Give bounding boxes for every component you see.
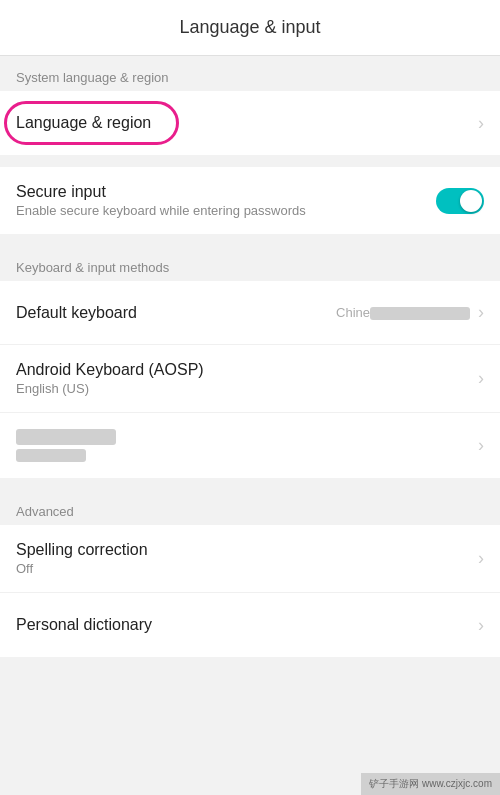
blurred-keyboard-item[interactable]: › [0, 413, 500, 478]
default-keyboard-value-row: Chine › [336, 302, 484, 323]
system-language-group: Language & region › [0, 91, 500, 155]
chevron-icon-4: › [478, 435, 484, 456]
default-keyboard-content: Default keyboard [16, 304, 336, 322]
advanced-group: Spelling correction Off › Personal dicti… [0, 525, 500, 657]
section-label-keyboard: Keyboard & input methods [0, 246, 500, 281]
toggle-knob [460, 190, 482, 212]
chevron-icon-6: › [478, 615, 484, 636]
spacer-1 [0, 155, 500, 167]
secure-input-item[interactable]: Secure input Enable secure keyboard whil… [0, 167, 500, 234]
personal-dictionary-content: Personal dictionary [16, 616, 478, 634]
spelling-correction-content: Spelling correction Off [16, 541, 478, 576]
page-container: Language & input System language & regio… [0, 0, 500, 795]
default-keyboard-value: Chine [336, 305, 470, 320]
personal-dictionary-item[interactable]: Personal dictionary › [0, 593, 500, 657]
spacer-3 [0, 478, 500, 490]
android-keyboard-title: Android Keyboard (AOSP) [16, 361, 478, 379]
blurred-keyboard-content [16, 429, 478, 462]
android-keyboard-subtitle: English (US) [16, 381, 478, 396]
spelling-correction-title: Spelling correction [16, 541, 478, 559]
blurred-subtitle [16, 449, 86, 462]
secure-input-group: Secure input Enable secure keyboard whil… [0, 167, 500, 234]
personal-dictionary-title: Personal dictionary [16, 616, 478, 634]
android-keyboard-content: Android Keyboard (AOSP) English (US) [16, 361, 478, 396]
spelling-correction-item[interactable]: Spelling correction Off › [0, 525, 500, 593]
chevron-icon-5: › [478, 548, 484, 569]
language-region-content: Language & region [16, 114, 478, 132]
chevron-icon: › [478, 113, 484, 134]
section-label-advanced: Advanced [0, 490, 500, 525]
section-label-system: System language & region [0, 56, 500, 91]
secure-input-content: Secure input Enable secure keyboard whil… [16, 183, 436, 218]
blurred-title [16, 429, 116, 445]
secure-input-title: Secure input [16, 183, 436, 201]
default-keyboard-title: Default keyboard [16, 304, 336, 322]
spacer-2 [0, 234, 500, 246]
watermark: 铲子手游网 www.czjxjc.com [361, 773, 500, 795]
android-keyboard-item[interactable]: Android Keyboard (AOSP) English (US) › [0, 345, 500, 413]
default-keyboard-item[interactable]: Default keyboard Chine › [0, 281, 500, 345]
spelling-correction-subtitle: Off [16, 561, 478, 576]
chevron-icon-2: › [478, 302, 484, 323]
header: Language & input [0, 0, 500, 56]
keyboard-group: Default keyboard Chine › Android Keyboar… [0, 281, 500, 478]
secure-input-subtitle: Enable secure keyboard while entering pa… [16, 203, 436, 218]
language-region-title: Language & region [16, 114, 478, 132]
secure-input-toggle[interactable] [436, 188, 484, 214]
language-region-item[interactable]: Language & region › [0, 91, 500, 155]
page-title: Language & input [179, 17, 320, 38]
chevron-icon-3: › [478, 368, 484, 389]
